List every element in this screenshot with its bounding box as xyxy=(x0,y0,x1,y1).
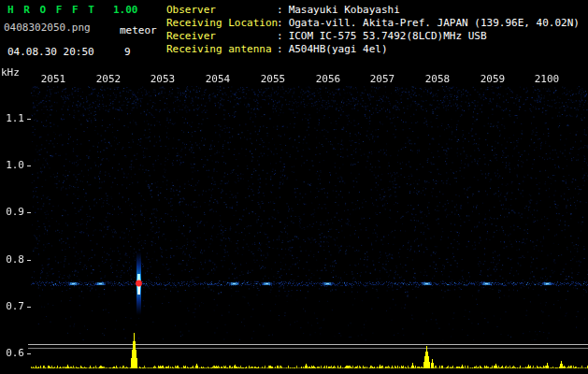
info-row-observer: Observer:Masayuki Kobayashi xyxy=(166,4,400,16)
y-tick-label: 1.1 xyxy=(0,112,24,124)
x-tick-label: 2051 xyxy=(41,73,66,85)
x-tick-label: 2056 xyxy=(316,73,341,85)
x-tick-label: 2058 xyxy=(425,73,451,85)
info-separator: : xyxy=(277,4,283,16)
x-tick-label: 2054 xyxy=(206,73,231,85)
meteor-count: 9 xyxy=(124,46,131,58)
info-separator: : xyxy=(277,30,283,42)
y-tick-label: 0.6 xyxy=(0,347,24,359)
info-separator: : xyxy=(277,43,283,55)
y-tick-label: 0.9 xyxy=(0,206,24,218)
info-label: Receiving Location xyxy=(166,17,277,29)
info-separator: : xyxy=(277,17,283,29)
info-label: Receiving antenna xyxy=(166,43,277,55)
info-value: ICOM IC-575 53.7492(8LCD)MHz USB xyxy=(289,30,487,42)
x-tick-label: 2100 xyxy=(535,73,560,85)
y-tick-label: 0.7 xyxy=(0,300,24,312)
x-tick-label: 2057 xyxy=(370,73,395,85)
output-filename: 0408302050.png xyxy=(4,22,91,34)
hrofft-window: H R O F F T 1.00 0408302050.png meteor 0… xyxy=(0,0,588,374)
meteor-counter-label: meteor xyxy=(120,24,157,36)
info-value: Ogata-vill. Akita-Pref. JAPAN (139.96E, … xyxy=(289,17,580,29)
info-value: Masayuki Kobayashi xyxy=(289,4,400,16)
app-title: H R O F F T xyxy=(7,4,96,16)
x-tick-label: 2052 xyxy=(96,73,122,85)
x-tick-label: 2055 xyxy=(261,73,286,85)
info-label: Observer xyxy=(166,4,277,16)
x-tick-label: 2053 xyxy=(151,73,176,85)
y-tick-label: 1.0 xyxy=(0,159,24,171)
info-row-antenna: Receiving antenna:A504HB(yagi 4el) xyxy=(166,43,388,55)
info-row-location: Receiving Location:Ogata-vill. Akita-Pre… xyxy=(166,17,580,29)
y-tick-label: 0.8 xyxy=(0,253,24,266)
info-value: A504HB(yagi 4el) xyxy=(289,43,388,55)
app-version: 1.00 xyxy=(113,4,138,16)
record-datetime: 04.08.30 20:50 xyxy=(7,46,94,58)
freq-axis-unit: kHz xyxy=(1,66,20,79)
x-tick-label: 2059 xyxy=(480,73,506,85)
info-row-receiver: Receiver:ICOM IC-575 53.7492(8LCD)MHz US… xyxy=(166,30,487,42)
info-label: Receiver xyxy=(166,30,277,42)
spectrogram-canvas xyxy=(0,67,588,374)
